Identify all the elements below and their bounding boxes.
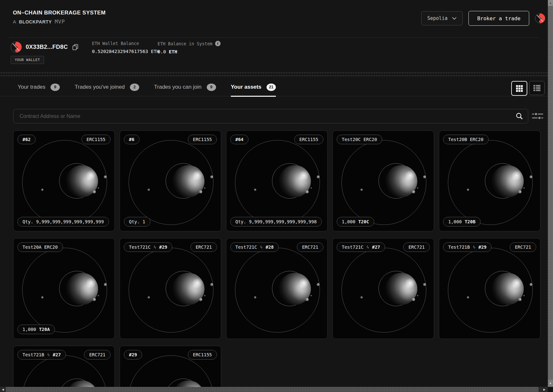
search-bar <box>13 109 528 123</box>
asset-token-id: #27 <box>372 245 380 250</box>
horizontal-scrollbar-thumb[interactable] <box>6 387 539 392</box>
tab[interactable]: Your assets 21 <box>231 78 276 97</box>
vertical-scrollbar[interactable]: ▲ ▼ <box>548 0 553 387</box>
asset-card[interactable]: Test721C ϟ #29 ERC721 <box>120 238 221 339</box>
quantity-badge: Qty. 9,999,999,999,999,999,998 <box>230 217 322 227</box>
scroll-down-button[interactable]: ▼ <box>548 380 553 387</box>
your-wallet-badge: YOUR WALLET <box>11 56 44 64</box>
moon-icon <box>311 295 312 296</box>
eth-system-balance-value: 0.0 <box>158 49 169 54</box>
planet-artwork <box>439 238 540 339</box>
asset-title: Test721C <box>129 245 150 250</box>
moon-icon <box>518 190 521 193</box>
info-icon[interactable]: i <box>215 41 221 46</box>
asset-card[interactable]: Test721B ϟ #27 ERC721 <box>13 346 115 392</box>
tab[interactable]: Trades you can join 9 <box>154 78 216 97</box>
asset-token-id: #29 <box>159 245 167 250</box>
asset-token-id: #64 <box>235 137 243 142</box>
header: ON–CHAIN BROKERAGE SYSTEM A BLOCKPARTY M… <box>0 0 548 37</box>
moon-icon <box>199 190 202 193</box>
moon-icon <box>148 189 150 191</box>
asset-card[interactable]: #64 ERC1155 Qty. 9,999,999,999,999,999,9… <box>226 130 328 231</box>
bolt-icon: ϟ <box>366 245 369 250</box>
scroll-left-button[interactable]: ◀ <box>0 387 6 392</box>
moon-icon <box>104 175 107 178</box>
asset-name-badge: Test20B ERC20 <box>443 135 489 144</box>
moon-icon <box>254 296 256 298</box>
network-select[interactable]: Sepolia <box>421 11 463 25</box>
horizontal-scrollbar[interactable]: ◀ ▶ <box>0 387 548 392</box>
eth-wallet-balance: ETH Wallet Balance 0.520284232947617563 … <box>92 41 159 54</box>
moon-icon <box>311 187 312 189</box>
asset-token-id: #62 <box>23 137 31 142</box>
asset-title: Test20B ERC20 <box>448 137 484 142</box>
token-standard-badge: ERC1155 <box>81 135 111 144</box>
moon-icon <box>210 175 213 178</box>
planet-artwork <box>14 238 114 339</box>
moon-icon <box>467 189 469 191</box>
quantity-value: 1,000 <box>342 219 355 224</box>
moon-icon <box>104 283 107 286</box>
token-standard-label: ERC721 <box>195 245 212 250</box>
quantity-value: 1,000 <box>23 327 36 332</box>
token-standard-label: ERC721 <box>302 245 318 250</box>
copy-address-icon[interactable] <box>72 44 78 50</box>
bolt-icon: ϟ <box>153 245 156 250</box>
tab[interactable]: Your trades 9 <box>18 78 60 97</box>
bolt-icon: ϟ <box>473 245 476 250</box>
asset-token-id: #29 <box>129 352 137 357</box>
asset-card[interactable]: Test20C ERC20 1,000 T20C <box>332 130 434 231</box>
halftone-divider <box>0 71 548 77</box>
tab-label: Trades you've joined <box>75 84 125 90</box>
planet-artwork <box>14 131 114 231</box>
list-view-icon <box>533 85 541 92</box>
tab-count-badge: 9 <box>50 84 60 91</box>
asset-card[interactable]: #62 ERC1155 Qty. 9,999,999,999,999,999,9… <box>13 130 115 231</box>
asset-card[interactable]: #29 ERC1155 <box>120 346 221 392</box>
moon-icon <box>467 296 469 298</box>
view-toggles <box>511 81 545 96</box>
asset-card[interactable]: Test721C ϟ #27 ERC721 <box>332 238 434 339</box>
tab-count-badge: 2 <box>130 84 139 91</box>
moon-icon <box>305 298 309 301</box>
planet-artwork <box>333 131 434 231</box>
app-window: ON–CHAIN BROKERAGE SYSTEM A BLOCKPARTY M… <box>0 0 553 392</box>
planet-artwork <box>226 238 327 339</box>
broker-a-trade-button[interactable]: Broker a trade <box>468 11 529 26</box>
asset-card[interactable]: Test721B ϟ #29 ERC721 <box>439 238 540 339</box>
moon-icon <box>360 296 363 298</box>
list-view-button[interactable] <box>529 81 545 95</box>
moon-icon <box>417 295 418 296</box>
asset-title: Test721C <box>235 245 257 250</box>
moon-icon <box>317 283 320 286</box>
asset-card[interactable]: Test721C ϟ #28 ERC721 <box>226 238 328 339</box>
asset-name-badge: Test721C ϟ #27 <box>337 242 385 252</box>
tab[interactable]: Trades you've joined 2 <box>75 78 139 97</box>
asset-name-badge: #29 <box>124 350 142 360</box>
asset-card[interactable]: Test20B ERC20 1,000 T20B <box>439 130 540 231</box>
asset-name-badge: Test721C ϟ #29 <box>124 242 172 252</box>
search-icon[interactable] <box>516 112 523 121</box>
scroll-up-button[interactable]: ▲ <box>548 0 553 6</box>
tab-label: Trades you can join <box>154 84 202 90</box>
app-logo-icon <box>535 13 545 23</box>
app-branding: ON–CHAIN BROKERAGE SYSTEM A BLOCKPARTY M… <box>13 10 106 25</box>
asset-card[interactable]: #6 ERC1155 Qty. 1 <box>120 130 221 231</box>
scroll-right-button[interactable]: ▶ <box>541 387 547 392</box>
moon-icon <box>41 189 43 191</box>
quantity-badge: Qty. 1 <box>124 217 150 227</box>
tab-label: Your trades <box>18 84 45 90</box>
eth-wallet-balance-value: 0.520284232947617563 ETH <box>92 49 159 54</box>
moon-icon <box>204 187 205 189</box>
grid-view-button[interactable] <box>511 81 527 96</box>
asset-card[interactable]: Test20A ERC20 1,000 T20A <box>13 238 115 339</box>
asset-token-id: #28 <box>266 245 274 250</box>
search-input[interactable] <box>13 109 528 123</box>
asset-name-badge: #64 <box>230 135 249 144</box>
filter-sliders-icon[interactable] <box>532 111 543 122</box>
quantity-badge: 1,000 T20A <box>17 325 55 334</box>
asset-title: Test20A ERC20 <box>23 245 58 250</box>
app-subtitle: A BLOCKPARTY MVP <box>13 19 106 25</box>
tab-count-badge: 9 <box>207 84 216 91</box>
planet-artwork <box>439 131 540 231</box>
